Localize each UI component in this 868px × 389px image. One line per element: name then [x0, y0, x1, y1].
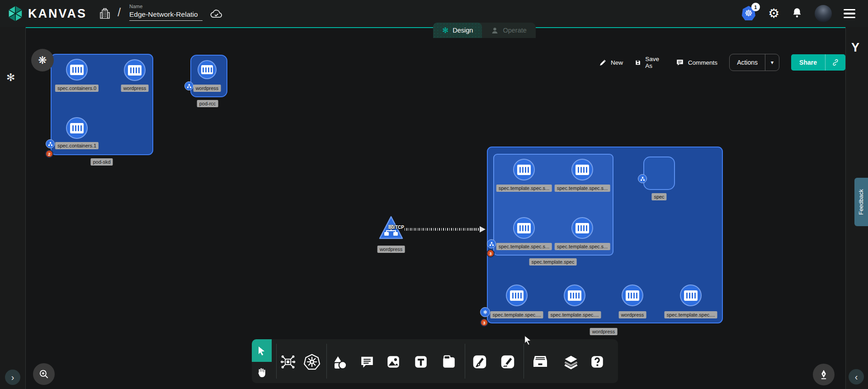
kanvas-logo[interactable]: KANVAS: [7, 5, 87, 22]
floppy-disk-icon: [635, 59, 641, 66]
note-tool-button[interactable]: [439, 351, 459, 372]
pen-tool-button[interactable]: [469, 351, 490, 372]
node-label: spec.template.spec....: [665, 311, 717, 318]
zoom-in-button[interactable]: [33, 363, 55, 385]
comment-icon: [359, 354, 375, 370]
chevron-right-icon: ›: [11, 372, 14, 383]
archive-tool-button[interactable]: [530, 351, 551, 372]
design-name-field[interactable]: Name Edge-Network-Relatio: [129, 4, 203, 21]
text-tool-button[interactable]: [410, 351, 431, 372]
pod-hierarchy-icon[interactable]: [638, 174, 647, 183]
node-label: spec.template.spec....: [491, 311, 543, 318]
collapse-right-panel-button[interactable]: ‹: [849, 369, 864, 384]
container-node-template-0[interactable]: [513, 159, 535, 180]
container-node-template-2[interactable]: [513, 217, 535, 239]
feedback-tab[interactable]: Feedback: [854, 178, 868, 226]
container-icon: [70, 123, 84, 133]
container-icon: [517, 165, 531, 175]
notifications-bell-icon[interactable]: [791, 6, 803, 21]
deployment-mesh-icon[interactable]: ✻: [480, 307, 490, 317]
pan-tool-button[interactable]: [252, 362, 272, 383]
drawer-archive-icon: [532, 353, 548, 370]
help-tool-button[interactable]: [587, 351, 608, 372]
container-node-template-1[interactable]: [571, 159, 593, 180]
organization-icon[interactable]: [99, 7, 111, 22]
node-spec[interactable]: [643, 157, 675, 190]
container-icon: [201, 65, 213, 74]
text-T-icon: [413, 354, 429, 370]
service-label: wordpress: [377, 246, 405, 253]
sticky-note-icon: [441, 354, 457, 370]
container-node-spec-containers-1[interactable]: [66, 117, 88, 139]
components-tool-button[interactable]: [278, 351, 298, 372]
freehand-pencil-icon: [500, 354, 516, 370]
copy-link-icon[interactable]: [826, 58, 845, 66]
group-label-pod-skd: pod-skd: [90, 158, 113, 166]
cursor-arrow-icon: [256, 345, 267, 356]
pen-mode-button[interactable]: [813, 364, 835, 385]
share-button[interactable]: Share: [791, 54, 845, 71]
node-label: wordpress: [121, 85, 149, 92]
save-as-button[interactable]: Save As: [635, 56, 664, 69]
pencil-tool-button[interactable]: [497, 351, 518, 372]
tab-design[interactable]: ✻ Design: [433, 23, 482, 38]
header-bar: KANVAS / Name Edge-Network-Relatio: [0, 0, 868, 27]
mouse-cursor-icon: [523, 335, 533, 346]
container-node-wordpress[interactable]: [124, 59, 146, 81]
kanvas-app: KANVAS / Name Edge-Network-Relatio: [0, 0, 868, 389]
meshery-spiral-icon[interactable]: ✻: [6, 71, 15, 84]
k8s-context-button[interactable]: ☸ 1: [742, 6, 756, 21]
edge-port-label: 80/TCP: [389, 225, 404, 230]
container-node-deploy-1[interactable]: [564, 285, 585, 306]
merge-y-icon[interactable]: Y: [851, 41, 859, 55]
container-icon: [568, 290, 581, 301]
container-icon: [510, 290, 524, 301]
hamburger-menu-icon[interactable]: [844, 9, 855, 19]
container-node-template-3[interactable]: [571, 217, 593, 239]
new-button[interactable]: New: [599, 59, 623, 66]
pod-hierarchy-icon[interactable]: [46, 139, 55, 148]
design-canvas[interactable]: New Save As Comments Actions: [26, 27, 845, 389]
user-avatar[interactable]: [815, 5, 832, 22]
pod-hierarchy-icon[interactable]: [487, 239, 496, 248]
error-count-badge[interactable]: 2: [45, 150, 53, 158]
kubernetes-tool-button[interactable]: [302, 351, 322, 372]
container-icon: [626, 290, 639, 301]
pod-hierarchy-icon[interactable]: [184, 81, 193, 90]
container-node-spec-containers-0[interactable]: [66, 59, 88, 81]
layers-tool-button[interactable]: [561, 351, 581, 372]
image-tool-button[interactable]: [383, 351, 404, 372]
header-right-icons: ☸ 1 ⚙: [742, 0, 855, 27]
container-node-wordpress-rcc[interactable]: [198, 60, 217, 79]
group-label-pod-rcc: pod-rcc: [197, 100, 218, 107]
kanvas-hexagon-icon: [7, 5, 24, 22]
tab-operate-label: Operate: [503, 27, 526, 34]
shapes-tool-button[interactable]: [330, 352, 350, 373]
tab-operate[interactable]: Operate: [482, 23, 535, 38]
logo-text: KANVAS: [28, 7, 87, 21]
snowflake-button[interactable]: ❋: [31, 49, 54, 71]
caret-down-icon[interactable]: ▾: [765, 59, 779, 66]
service-edge[interactable]: [405, 228, 481, 231]
error-count-badge[interactable]: 3: [486, 249, 495, 257]
layers-icon: [563, 354, 579, 370]
mode-tab-strip: ✻ Design Operate: [433, 23, 536, 38]
actions-dropdown-button[interactable]: Actions ▾: [729, 54, 779, 71]
container-node-deploy-3[interactable]: [680, 285, 702, 306]
comments-button[interactable]: Comments: [676, 58, 717, 66]
design-name-value[interactable]: Edge-Network-Relatio: [129, 10, 203, 21]
kubernetes-wheel-icon: [303, 353, 321, 370]
error-count-badge[interactable]: 3: [480, 318, 488, 327]
snowflake-icon: ❋: [38, 54, 47, 66]
feedback-label: Feedback: [858, 189, 865, 215]
container-node-deploy-2[interactable]: [622, 285, 643, 306]
settings-gear-icon[interactable]: ⚙: [768, 7, 779, 20]
edge-arrowhead-icon: [480, 226, 486, 232]
pen-nib-icon: [818, 369, 830, 380]
select-tool-button[interactable]: [252, 339, 272, 362]
group-spec-template-spec[interactable]: [493, 154, 613, 256]
container-icon: [684, 290, 698, 301]
expand-left-panel-button[interactable]: ›: [5, 370, 20, 385]
container-node-deploy-0[interactable]: [506, 285, 528, 306]
comment-tool-button[interactable]: [357, 351, 377, 372]
